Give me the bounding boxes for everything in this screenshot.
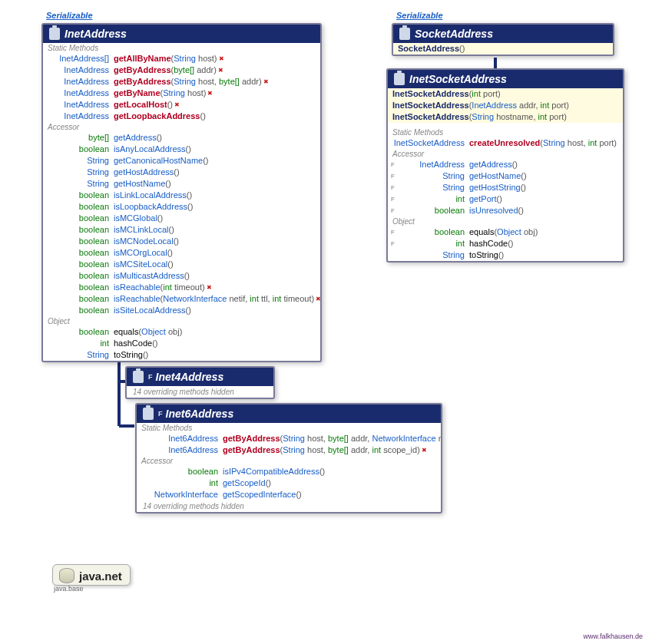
- class-inet6-address: F Inet6Address Static Methods Inet6Addre…: [135, 403, 442, 514]
- final-marker: F: [148, 373, 153, 381]
- class-header-inet6: F Inet6Address: [137, 405, 441, 423]
- class-icon: [399, 28, 410, 40]
- hidden-methods-note: 14 overriding methods hidden: [127, 386, 273, 398]
- method-row: Inet6AddressgetByAddress (String host, b…: [137, 433, 441, 444]
- class-socket-address: SocketAddress SocketAddress (): [392, 23, 614, 56]
- method-row: StringtoString (): [43, 349, 320, 361]
- class-title: SocketAddress: [415, 28, 493, 40]
- method-row: inthashCode (): [43, 338, 320, 349]
- class-inet-address: InetAddress Static Methods InetAddress[]…: [41, 23, 322, 362]
- method-row: StringgetCanonicalHostName (): [43, 155, 320, 167]
- section-object: Object: [388, 216, 623, 226]
- class-icon: [394, 73, 405, 85]
- constructor-row: InetSocketAddress (String hostname, int …: [388, 111, 623, 123]
- method-row: booleanisSiteLocalAddress (): [43, 305, 320, 316]
- method-row: booleanisMCNodeLocal (): [43, 236, 320, 247]
- package-module: java.base: [54, 585, 84, 593]
- method-row: FinthashCode (): [388, 238, 623, 249]
- class-header-inet-address: InetAddress: [43, 25, 320, 43]
- method-row: FInetAddressgetAddress (): [388, 159, 623, 170]
- interface-serializable-2: Serializable: [396, 11, 443, 20]
- method-row: StringgetHostName (): [43, 178, 320, 190]
- method-row: booleanisMulticastAddress (): [43, 270, 320, 282]
- class-title: InetSocketAddress: [409, 73, 507, 85]
- method-row: StringgetHostAddress (): [43, 167, 320, 178]
- method-row: booleanisLinkLocalAddress (): [43, 190, 320, 201]
- method-row: booleanisReachable (NetworkInterface net…: [43, 293, 320, 305]
- method-row: InetAddressgetByName (String host)✖: [43, 88, 320, 99]
- method-row: booleanisMCOrgLocal (): [43, 247, 320, 259]
- method-row: booleanisAnyLocalAddress (): [43, 144, 320, 155]
- class-icon: [143, 408, 154, 420]
- class-icon: [133, 371, 144, 383]
- class-title: Inet6Address: [166, 408, 234, 420]
- class-title: InetAddress: [65, 28, 127, 40]
- method-row: FintgetPort (): [388, 193, 623, 205]
- hidden-methods-note: 14 overriding methods hidden: [137, 500, 441, 512]
- constructor-row: InetSocketAddress (InetAddress addr, int…: [388, 100, 623, 111]
- footer-link: www.falkhausen.de: [583, 632, 643, 640]
- class-header-socket-address: SocketAddress: [393, 25, 613, 43]
- section-static-methods: Static Methods: [137, 423, 441, 433]
- method-row: FStringgetHostName (): [388, 170, 623, 182]
- method-row: InetAddressgetLocalHost ()✖: [43, 99, 320, 111]
- method-row: intgetScopeId (): [137, 477, 441, 489]
- method-row: booleanisMCLinkLocal (): [43, 224, 320, 236]
- package-icon: [59, 568, 74, 583]
- interface-serializable-1: Serializable: [46, 11, 93, 20]
- method-row: InetAddress[]getAllByName (String host)✖: [43, 53, 320, 64]
- method-row: booleanequals (Object obj): [43, 326, 320, 338]
- method-row: NetworkInterfacegetScopedInterface (): [137, 489, 441, 500]
- class-inet4-address: F Inet4Address 14 overriding methods hid…: [125, 366, 275, 399]
- method-row: booleanisMCSiteLocal (): [43, 259, 320, 270]
- method-row: booleanisLoopbackAddress (): [43, 201, 320, 213]
- section-accessor: Accessor: [43, 122, 320, 132]
- class-header-inet-socket-address: InetSocketAddress: [388, 70, 623, 88]
- method-row: InetAddressgetByAddress (String host, by…: [43, 76, 320, 88]
- constructor-row: InetSocketAddress (int port): [388, 88, 623, 100]
- method-row: InetSocketAddresscreateUnresolved (Strin…: [388, 137, 623, 149]
- method-row: FStringgetHostString (): [388, 182, 623, 193]
- section-static-methods: Static Methods: [388, 127, 623, 137]
- method-row: booleanisIPv4CompatibleAddress (): [137, 466, 441, 477]
- method-row: booleanisMCGlobal (): [43, 213, 320, 224]
- section-accessor: Accessor: [388, 149, 623, 159]
- method-row: FbooleanisUnresolved (): [388, 205, 623, 216]
- section-static-methods: Static Methods: [43, 43, 320, 53]
- package-box: java.net: [52, 564, 131, 586]
- final-marker: F: [158, 410, 163, 418]
- class-inet-socket-address: InetSocketAddress InetSocketAddress (int…: [386, 68, 624, 263]
- class-header-inet4: F Inet4Address: [127, 368, 273, 386]
- method-row: StringtoString (): [388, 249, 623, 261]
- package-name: java.net: [79, 570, 122, 583]
- method-row: InetAddressgetByAddress (byte[] addr)✖: [43, 64, 320, 76]
- section-object: Object: [43, 316, 320, 326]
- class-title: Inet4Address: [156, 371, 224, 383]
- method-row: booleanisReachable (int timeout)✖: [43, 282, 320, 293]
- constructor-row: SocketAddress (): [393, 43, 613, 54]
- method-row: Inet6AddressgetByAddress (String host, b…: [137, 444, 441, 456]
- method-row: byte[]getAddress (): [43, 132, 320, 144]
- class-icon: [49, 28, 60, 40]
- section-accessor: Accessor: [137, 456, 441, 466]
- method-row: Fbooleanequals (Object obj): [388, 226, 623, 238]
- method-row: InetAddressgetLoopbackAddress (): [43, 111, 320, 122]
